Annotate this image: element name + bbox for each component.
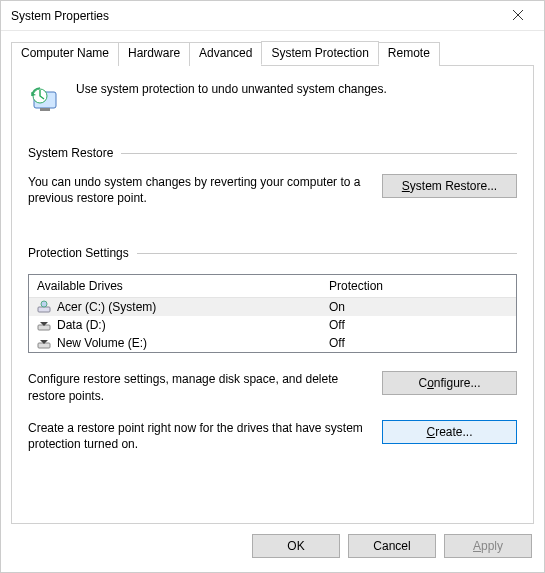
system-restore-text: You can undo system changes by reverting… bbox=[28, 174, 370, 206]
col-header-protection: Protection bbox=[329, 279, 508, 293]
drive-protection: Off bbox=[329, 336, 508, 350]
create-text: Create a restore point right now for the… bbox=[28, 420, 370, 452]
system-restore-button[interactable]: System Restore... bbox=[382, 174, 517, 198]
configure-text: Configure restore settings, manage disk … bbox=[28, 371, 370, 403]
drives-header: Available Drives Protection bbox=[29, 275, 516, 298]
create-row: Create a restore point right now for the… bbox=[28, 420, 517, 452]
intro-row: Use system protection to undo unwanted s… bbox=[28, 82, 517, 118]
section-header-system-restore: System Restore bbox=[28, 146, 517, 160]
configure-row: Configure restore settings, manage disk … bbox=[28, 371, 517, 403]
window-title: System Properties bbox=[11, 9, 498, 23]
titlebar: System Properties bbox=[1, 1, 544, 31]
intro-text: Use system protection to undo unwanted s… bbox=[76, 82, 387, 96]
drive-row[interactable]: Acer (C:) (System) On bbox=[29, 298, 516, 316]
tab-system-protection[interactable]: System Protection bbox=[261, 41, 378, 65]
system-properties-window: System Properties Computer Name Hardware… bbox=[0, 0, 545, 573]
dialog-body: Computer Name Hardware Advanced System P… bbox=[1, 31, 544, 524]
svg-point-4 bbox=[41, 301, 47, 307]
section-system-restore: System Restore You can undo system chang… bbox=[28, 146, 517, 206]
drive-name: Acer (C:) (System) bbox=[57, 300, 329, 314]
tab-panel: Use system protection to undo unwanted s… bbox=[11, 65, 534, 524]
drive-name: Data (D:) bbox=[57, 318, 329, 332]
drive-system-icon bbox=[37, 300, 51, 314]
drive-name: New Volume (E:) bbox=[57, 336, 329, 350]
divider bbox=[121, 153, 517, 154]
create-button[interactable]: Create... bbox=[382, 420, 517, 444]
drive-protection: On bbox=[329, 300, 508, 314]
apply-button[interactable]: Apply bbox=[444, 534, 532, 558]
tab-remote[interactable]: Remote bbox=[378, 42, 440, 66]
col-header-drives: Available Drives bbox=[37, 279, 329, 293]
tab-computer-name[interactable]: Computer Name bbox=[11, 42, 119, 66]
section-protection-settings: Protection Settings Available Drives Pro… bbox=[28, 246, 517, 452]
drive-row[interactable]: Data (D:) Off bbox=[29, 316, 516, 334]
ok-button[interactable]: OK bbox=[252, 534, 340, 558]
tab-hardware[interactable]: Hardware bbox=[118, 42, 190, 66]
section-header-protection: Protection Settings bbox=[28, 246, 517, 260]
svg-rect-1 bbox=[40, 108, 50, 111]
heading-protection-settings: Protection Settings bbox=[28, 246, 129, 260]
drives-list[interactable]: Available Drives Protection Acer (C:) (S… bbox=[28, 274, 517, 353]
configure-button[interactable]: Configure... bbox=[382, 371, 517, 395]
heading-system-restore: System Restore bbox=[28, 146, 113, 160]
dialog-footer: OK Cancel Apply bbox=[1, 524, 544, 572]
system-restore-row: You can undo system changes by reverting… bbox=[28, 174, 517, 206]
drive-icon bbox=[37, 336, 51, 350]
drive-icon bbox=[37, 318, 51, 332]
cancel-button[interactable]: Cancel bbox=[348, 534, 436, 558]
drive-row[interactable]: New Volume (E:) Off bbox=[29, 334, 516, 352]
divider bbox=[137, 253, 517, 254]
drive-protection: Off bbox=[329, 318, 508, 332]
svg-rect-3 bbox=[38, 307, 50, 312]
tab-advanced[interactable]: Advanced bbox=[189, 42, 262, 66]
system-protection-icon bbox=[28, 82, 64, 118]
close-icon[interactable] bbox=[498, 8, 538, 24]
tab-strip: Computer Name Hardware Advanced System P… bbox=[11, 41, 534, 65]
